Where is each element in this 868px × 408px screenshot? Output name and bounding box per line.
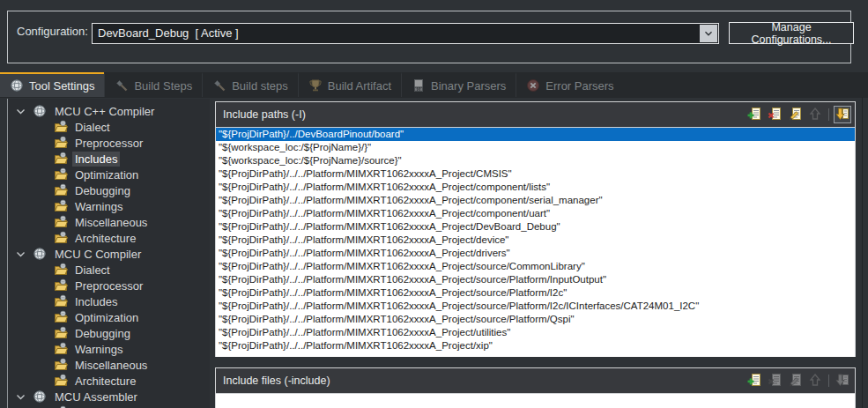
- include-path-item[interactable]: "${ProjDirPath}/../../Platform/MIMXRT106…: [216, 300, 855, 313]
- tree-item-optimization[interactable]: Optimization: [8, 167, 210, 182]
- tree-item-label: Dialect: [72, 263, 113, 278]
- include-path-item[interactable]: "${ProjDirPath}/../../Platform/MIMXRT106…: [216, 260, 855, 273]
- include-files-toolbar: [746, 372, 851, 389]
- tree-item-debugging[interactable]: Debugging: [8, 182, 210, 198]
- tab-tool-settings[interactable]: Tool Settings: [0, 72, 104, 97]
- tree-node-label: MCU C++ Compiler: [52, 104, 157, 119]
- edit-button[interactable]: [786, 106, 804, 123]
- move-down-icon: [835, 373, 849, 389]
- include-path-item[interactable]: "${workspace_loc:/${ProjName}/source}": [216, 154, 855, 167]
- tree-item-includes[interactable]: Includes: [8, 293, 210, 309]
- settings-folder-icon: [54, 120, 68, 134]
- tree-node-mcu-c-compiler[interactable]: MCU C Compiler: [8, 246, 210, 262]
- hammer-icon: [212, 78, 226, 93]
- settings-folder-icon: [54, 231, 68, 245]
- scroll-area-edge: [862, 97, 863, 408]
- tab-label: Binary Parsers: [431, 79, 506, 93]
- include-path-item[interactable]: "${ProjDirPath}/../../Platform/MIMXRT106…: [216, 167, 855, 181]
- include-paths-list: "${ProjDirPath}/../DevBoardPinout/board"…: [216, 128, 855, 357]
- chevron-down-icon[interactable]: [15, 249, 26, 260]
- include-path-item[interactable]: "${ProjDirPath}/../../Platform/MIMXRT106…: [216, 247, 855, 260]
- tree-item-label: Dialect: [72, 120, 113, 135]
- settings-folder-icon: [54, 342, 68, 356]
- hammer-icon: [115, 78, 129, 93]
- chevron-down-icon[interactable]: [700, 25, 717, 42]
- svg-text:010: 010: [415, 87, 423, 92]
- tree-item-optimization[interactable]: Optimization: [8, 309, 210, 325]
- move-down-icon: [835, 107, 849, 123]
- move-up-icon: [808, 373, 822, 389]
- edit-button: [786, 372, 804, 389]
- settings-folder-icon: [54, 167, 68, 182]
- include-path-item[interactable]: "${ProjDirPath}/../../Platform/MIMXRT106…: [216, 273, 855, 286]
- tree-item-partial[interactable]: [8, 404, 210, 408]
- tab-build-steps[interactable]: Build Steps: [104, 72, 202, 97]
- tab-build-artifact[interactable]: Build Artifact: [298, 72, 401, 97]
- include-path-item[interactable]: "${ProjDirPath}/../../Platform/MIMXRT106…: [216, 207, 855, 220]
- chevron-down-icon[interactable]: [15, 106, 26, 117]
- delete-button[interactable]: [766, 106, 783, 123]
- tree-item-dialect[interactable]: Dialect: [8, 262, 210, 278]
- chevron-down-icon[interactable]: [15, 391, 26, 403]
- include-path-item[interactable]: "${ProjDirPath}/../../Platform/MIMXRT106…: [216, 313, 855, 326]
- manage-configurations-button[interactable]: Manage Configurations...: [729, 22, 854, 44]
- include-files-header: Include files (-include): [216, 368, 855, 394]
- compiler-tool-icon: [33, 247, 47, 261]
- delete-icon: [768, 107, 782, 123]
- include-path-item[interactable]: "${workspace_loc:/${ProjName}/}": [216, 141, 855, 154]
- tree-item-dialect[interactable]: Dialect: [8, 119, 210, 135]
- tree-item-label: Miscellaneous: [72, 215, 150, 230]
- tree-node-mcu-c-compiler[interactable]: MCU C++ Compiler: [8, 103, 210, 119]
- include-path-item[interactable]: "${ProjDirPath}/../../Platform/MIMXRT106…: [216, 339, 855, 352]
- include-files-panel: Include files (-include): [215, 367, 856, 408]
- tree-node-label: MCU Assembler: [52, 389, 140, 404]
- trophy-icon: [308, 78, 323, 93]
- tool-settings-icon: [10, 78, 24, 93]
- include-path-item[interactable]: "${ProjDirPath}/../../Platform/MIMXRT106…: [216, 286, 855, 300]
- move-down-button[interactable]: [834, 106, 851, 123]
- include-path-item[interactable]: "${ProjDirPath}/../../Platform/MIMXRT106…: [216, 234, 855, 247]
- tab-build-steps[interactable]: Build steps: [202, 72, 298, 97]
- tree-item-architecture[interactable]: Architecture: [8, 373, 210, 389]
- include-path-item[interactable]: "${ProjDirPath}/../../Platform/MIMXRT106…: [216, 326, 855, 339]
- compiler-tool-icon: [33, 389, 47, 404]
- include-files-list: [216, 394, 855, 408]
- tree-item-warnings[interactable]: Warnings: [8, 341, 210, 357]
- tree-node-label: MCU C Compiler: [52, 247, 144, 262]
- tab-label: Build Steps: [134, 79, 192, 93]
- move-up-button: [806, 106, 824, 123]
- tree-item-label: Miscellaneous: [72, 358, 150, 373]
- tree-item-architecture[interactable]: Architecture: [8, 230, 210, 246]
- add-icon: [747, 373, 761, 389]
- tree-item-label: Warnings: [72, 199, 125, 214]
- add-button[interactable]: [746, 106, 763, 123]
- tree-item-preprocessor[interactable]: Preprocessor: [8, 135, 210, 151]
- tree-node-mcu-assembler[interactable]: MCU Assembler: [8, 389, 210, 404]
- include-paths-toolbar: [746, 106, 851, 123]
- error-icon: [526, 78, 540, 93]
- tree-item-warnings[interactable]: Warnings: [8, 198, 210, 214]
- tree-item-includes[interactable]: Includes: [8, 151, 210, 167]
- include-path-item[interactable]: "${ProjDirPath}/../DevBoardPinout/board": [216, 128, 855, 141]
- include-paths-panel: Include paths (-I) "${ProjDirPath}/../De…: [215, 101, 856, 357]
- tab-bar: Tool SettingsBuild StepsBuild stepsBuild…: [0, 72, 868, 98]
- tab-error-parsers[interactable]: Error Parsers: [516, 72, 623, 97]
- include-path-item[interactable]: "${ProjDirPath}/../../Platform/MIMXRT106…: [216, 194, 855, 207]
- tree-item-debugging[interactable]: Debugging: [8, 325, 210, 341]
- settings-folder-icon: [54, 183, 68, 197]
- toolbar-separator: [828, 375, 829, 387]
- tree-item-miscellaneous[interactable]: Miscellaneous: [8, 357, 210, 373]
- tree-item-label: Warnings: [72, 342, 125, 357]
- include-path-item[interactable]: "${ProjDirPath}/../../Platform/MIMXRT106…: [216, 220, 855, 234]
- include-path-item[interactable]: "${ProjDirPath}/../../Platform/MIMXRT106…: [216, 181, 855, 194]
- settings-folder-icon: [54, 136, 68, 150]
- configuration-select[interactable]: DevBoard_Debug [ Active ]: [92, 23, 719, 44]
- tool-settings-tree: MCU C++ CompilerDialectPreprocessorInclu…: [7, 99, 210, 408]
- settings-folder-icon: [54, 294, 68, 308]
- settings-folder-icon: [54, 310, 68, 324]
- tree-item-preprocessor[interactable]: Preprocessor: [8, 278, 210, 293]
- tree-item-miscellaneous[interactable]: Miscellaneous: [8, 214, 210, 230]
- add-button[interactable]: [746, 372, 763, 389]
- tab-label: Tool Settings: [29, 79, 94, 93]
- tab-binary-parsers[interactable]: 010Binary Parsers: [401, 72, 516, 97]
